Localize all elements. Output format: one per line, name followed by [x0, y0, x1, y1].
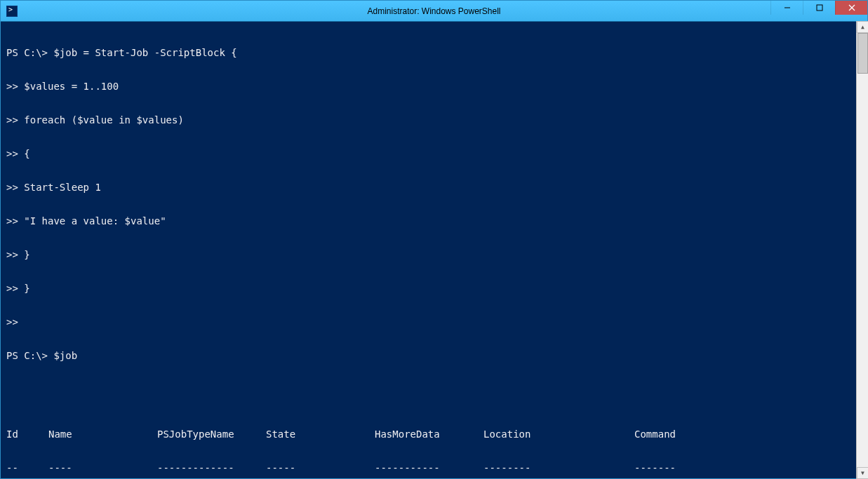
table-header-row: Id Name PSJobTypeName State HasMoreData …	[6, 429, 862, 440]
console-line: >>	[6, 316, 862, 328]
console-line: >> {	[6, 148, 862, 159]
console-line: >> }	[6, 249, 862, 260]
col-id: Id	[6, 429, 48, 440]
titlebar[interactable]: Administrator: Windows PowerShell	[1, 1, 867, 22]
col-name: Name	[48, 429, 157, 440]
console-line: >> Start-Sleep 1	[6, 182, 862, 193]
vertical-scrollbar[interactable]: ▲ ▼	[856, 21, 868, 479]
table-dash-row: -- ---- ------------- ----- ----------- …	[6, 462, 862, 473]
col-type: PSJobTypeName	[157, 429, 266, 440]
col-location: Location	[483, 429, 634, 440]
minimize-button[interactable]	[770, 1, 803, 15]
scroll-up-button[interactable]: ▲	[857, 21, 868, 33]
console-line: >> }	[6, 283, 862, 294]
scroll-down-button[interactable]: ▼	[857, 467, 868, 479]
window-title: Administrator: Windows PowerShell	[367, 6, 500, 16]
col-state: State	[266, 429, 375, 440]
col-hasmoredata: HasMoreData	[375, 429, 483, 440]
blank-line	[6, 384, 862, 395]
console-line: PS C:\> $job	[6, 350, 862, 361]
console-line: >> foreach ($value in $values)	[6, 114, 862, 126]
console-line: PS C:\> $job = Start-Job -ScriptBlock {	[6, 47, 862, 58]
console-line: >> "I have a value: $value"	[6, 215, 862, 227]
maximize-button[interactable]	[803, 1, 835, 15]
col-command: Command	[634, 429, 676, 440]
svg-rect-1	[817, 5, 822, 11]
close-button[interactable]	[835, 1, 867, 15]
scrollbar-thumb[interactable]	[857, 33, 868, 74]
console-output[interactable]: PS C:\> $job = Start-Job -ScriptBlock { …	[1, 22, 867, 478]
powershell-icon	[6, 6, 18, 17]
window-controls	[770, 1, 867, 16]
console-line: >> $values = 1..100	[6, 81, 862, 92]
